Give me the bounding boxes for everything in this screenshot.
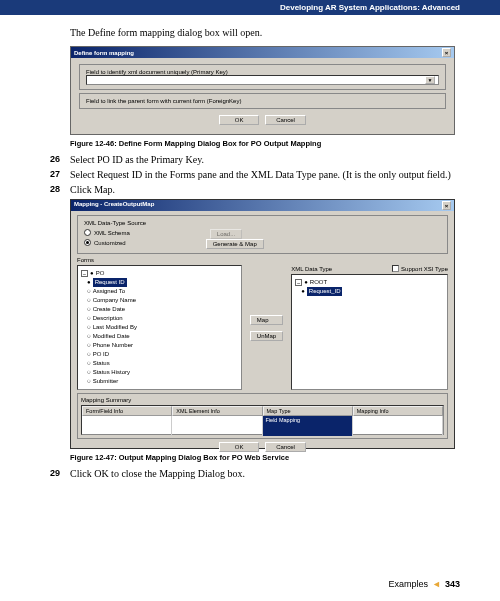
radio-custom-label: Customized <box>94 240 126 246</box>
mapping-dialog: Mapping - CreateOutputMap × XML Data-Typ… <box>70 199 455 449</box>
collapse-icon[interactable]: − <box>81 270 88 277</box>
dialog-title-text: Define form mapping <box>74 50 134 56</box>
tree-root-xml-label: ROOT <box>310 278 327 287</box>
xsi-label: Support XSI Type <box>401 266 448 272</box>
summary-header: Form/Field Info <box>82 406 172 416</box>
footer-section: Examples <box>389 579 429 589</box>
step-26: 26 Select PO ID as the Primary Key. <box>70 154 455 165</box>
tree-item[interactable]: ○Description <box>81 314 238 323</box>
unmap-button[interactable]: UnMap <box>250 331 283 341</box>
intro-text: The Define form mapping dialog box will … <box>70 27 455 38</box>
primary-key-dropdown[interactable]: ▼ <box>86 75 439 85</box>
dialog-button-row: OK Cancel <box>79 112 446 128</box>
page-number: 343 <box>445 579 460 589</box>
close-icon[interactable]: × <box>442 48 451 57</box>
summary-data <box>353 416 443 436</box>
mapping-body: XML Data-Type Source XML Schema Load... … <box>71 211 454 447</box>
define-form-mapping-dialog: Define form mapping × Field to identify … <box>70 46 455 135</box>
figure-caption-1: Figure 12-46: Define Form Mapping Dialog… <box>70 139 455 148</box>
mapping-titlebar: Mapping - CreateOutputMap × <box>71 200 454 211</box>
step-text: Click OK to close the Mapping Dialog box… <box>70 468 245 479</box>
step-text: Select Request ID in the Forms pane and … <box>70 169 451 180</box>
foreign-key-label: Field to link the parent form with curre… <box>86 98 439 104</box>
close-icon[interactable]: × <box>442 201 451 210</box>
radio-xml-schema[interactable]: XML Schema <box>84 229 130 236</box>
chevron-down-icon[interactable]: ▼ <box>425 76 435 84</box>
step-28: 28 Click Map. <box>70 184 455 195</box>
tree-item[interactable]: ○Last Modified By <box>81 323 238 332</box>
xml-type-label: XML Data Type <box>291 266 332 272</box>
step-text: Click Map. <box>70 184 115 195</box>
load-button[interactable]: Load... <box>210 229 242 239</box>
summary-table: Form/Field Info XML Element Info Map Typ… <box>81 405 444 435</box>
ok-button[interactable]: OK <box>219 442 259 452</box>
header-title: Developing AR System Applications: Advan… <box>280 3 460 12</box>
summary-data-row[interactable]: Field Mapping <box>82 416 443 436</box>
mid-buttons: Map UnMap <box>246 265 287 390</box>
tree-item[interactable]: ○Phone Number <box>81 341 238 350</box>
tree-item-request-id[interactable]: ●Request ID <box>81 278 238 287</box>
summary-header: Mapping Info <box>353 406 443 416</box>
xml-tree-pane[interactable]: − ● ROOT ●Request_ID <box>291 274 448 390</box>
primary-key-fieldset: Field to identify xml document uniquely … <box>79 64 446 90</box>
mapping-summary-box: Mapping Summary Form/Field Info XML Elem… <box>77 393 448 439</box>
radio-customized[interactable]: Customized <box>84 239 126 246</box>
summary-data <box>82 416 172 436</box>
tree-item[interactable]: ○Assigned To <box>81 287 238 296</box>
tree-root-po[interactable]: − ● PO <box>81 269 238 278</box>
ok-button[interactable]: OK <box>219 115 259 125</box>
radio-icon <box>84 229 91 236</box>
collapse-icon[interactable]: − <box>295 279 302 286</box>
map-button[interactable]: Map <box>250 315 283 325</box>
tree-item[interactable]: ○Company Name <box>81 296 238 305</box>
radio-xml-label: XML Schema <box>94 230 130 236</box>
forms-tree-pane[interactable]: − ● PO ●Request ID ○Assigned To ○Company… <box>77 265 242 390</box>
cancel-button[interactable]: Cancel <box>265 442 306 452</box>
forms-label: Forms <box>77 257 448 263</box>
tree-item[interactable]: ○Status History <box>81 368 238 377</box>
step-text: Select PO ID as the Primary Key. <box>70 154 204 165</box>
step-num: 29 <box>50 468 70 479</box>
generate-map-button[interactable]: Generate & Map <box>206 239 264 249</box>
triangle-icon: ◄ <box>432 579 441 589</box>
tree-item[interactable]: ○PO ID <box>81 350 238 359</box>
cancel-button[interactable]: Cancel <box>265 115 306 125</box>
tree-item[interactable]: ○Create Date <box>81 305 238 314</box>
tree-item[interactable]: ○Submitter <box>81 377 238 386</box>
page-content: The Define form mapping dialog box will … <box>0 15 500 479</box>
xml-source-fieldset: XML Data-Type Source XML Schema Load... … <box>77 215 448 254</box>
radio-icon <box>84 239 91 246</box>
summary-data <box>172 416 262 436</box>
tree-item-request-id-xml[interactable]: ●Request_ID <box>295 287 444 296</box>
page-footer: Examples ◄ 343 <box>389 579 460 589</box>
step-num: 26 <box>50 154 70 165</box>
xsi-checkbox-row[interactable]: Support XSI Type <box>392 265 448 272</box>
summary-data: Field Mapping <box>263 416 353 436</box>
tree-item[interactable]: ○Status <box>81 359 238 368</box>
dialog-titlebar: Define form mapping × <box>71 47 454 58</box>
step-num: 28 <box>50 184 70 195</box>
page-header: Developing AR System Applications: Advan… <box>0 0 500 15</box>
mapping-title-text: Mapping - CreateOutputMap <box>74 201 154 210</box>
tree-item[interactable]: ○Modified Date <box>81 332 238 341</box>
dialog-body: Field to identify xml document uniquely … <box>71 58 454 134</box>
tree-root-xml[interactable]: − ● ROOT <box>295 278 444 287</box>
step-29: 29 Click OK to close the Mapping Dialog … <box>70 468 455 479</box>
summary-header: XML Element Info <box>172 406 262 416</box>
panes-row: − ● PO ●Request ID ○Assigned To ○Company… <box>77 265 448 390</box>
summary-header: Map Type <box>263 406 353 416</box>
step-27: 27 Select Request ID in the Forms pane a… <box>70 169 455 180</box>
step-num: 27 <box>50 169 70 180</box>
source-label: XML Data-Type Source <box>84 220 441 226</box>
checkbox-icon[interactable] <box>392 265 399 272</box>
summary-label: Mapping Summary <box>81 397 444 403</box>
summary-header-row: Form/Field Info XML Element Info Map Typ… <box>82 406 443 416</box>
tree-root-label: PO <box>96 269 105 278</box>
foreign-key-fieldset: Field to link the parent form with curre… <box>79 93 446 109</box>
